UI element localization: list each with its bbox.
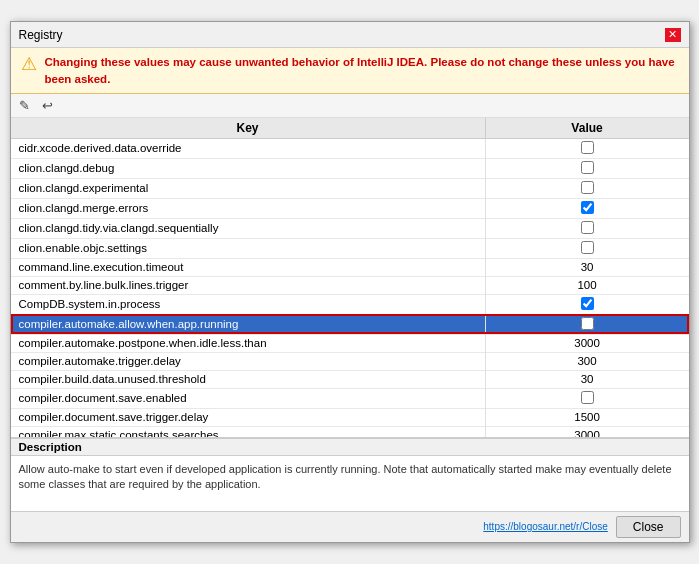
key-cell: clion.clangd.tidy.via.clangd.sequentiall… [11,218,486,238]
value-checkbox[interactable] [581,297,594,310]
undo-icon: ↩ [42,98,53,113]
undo-button[interactable]: ↩ [38,96,57,115]
registry-table-container: Key Value cidr.xcode.derived.data.overri… [11,118,689,438]
table-row[interactable]: comment.by.line.bulk.lines.trigger100 [11,276,689,294]
warning-text: Changing these values may cause unwanted… [45,54,679,86]
key-cell: clion.clangd.experimental [11,178,486,198]
value-checkbox[interactable] [581,161,594,174]
value-cell[interactable] [485,388,688,408]
key-cell: compiler.document.save.enabled [11,388,486,408]
key-cell: command.line.execution.timeout [11,258,486,276]
close-button[interactable]: Close [616,516,681,538]
table-row[interactable]: clion.clangd.experimental [11,178,689,198]
table-body: cidr.xcode.derived.data.overrideclion.cl… [11,138,689,438]
value-cell: 3000 [485,334,688,352]
edit-icon: ✎ [19,98,30,113]
value-cell: 30 [485,258,688,276]
close-title-button[interactable]: ✕ [665,28,681,42]
value-cell: 300 [485,352,688,370]
key-cell: compiler.max.static.constants.searches [11,426,486,438]
value-checkbox[interactable] [581,241,594,254]
value-cell[interactable] [485,218,688,238]
table-row[interactable]: compiler.max.static.constants.searches30… [11,426,689,438]
footer-link[interactable]: https://blogosaur.net/r/Close [483,521,608,532]
value-cell[interactable] [485,138,688,158]
value-cell[interactable] [485,158,688,178]
table-row[interactable]: compiler.automake.postpone.when.idle.les… [11,334,689,352]
table-row[interactable]: compiler.document.save.enabled [11,388,689,408]
table-row[interactable]: compiler.automake.allow.when.app.running [11,314,689,334]
table-row[interactable]: clion.clangd.merge.errors [11,198,689,218]
value-cell[interactable] [485,238,688,258]
table-row[interactable]: cidr.xcode.derived.data.override [11,138,689,158]
table-row[interactable]: clion.enable.objc.settings [11,238,689,258]
registry-dialog: Registry ✕ ⚠ Changing these values may c… [10,21,690,542]
key-cell: compiler.automake.postpone.when.idle.les… [11,334,486,352]
value-checkbox[interactable] [581,141,594,154]
value-cell[interactable] [485,178,688,198]
key-cell: compiler.build.data.unused.threshold [11,370,486,388]
key-cell: CompDB.system.in.process [11,294,486,314]
value-checkbox[interactable] [581,221,594,234]
value-cell[interactable] [485,294,688,314]
table-row[interactable]: compiler.build.data.unused.threshold30 [11,370,689,388]
key-cell: clion.enable.objc.settings [11,238,486,258]
value-cell: 3000 [485,426,688,438]
value-cell: 30 [485,370,688,388]
table-row[interactable]: compiler.automake.trigger.delay300 [11,352,689,370]
dialog-title: Registry [19,28,63,42]
table-row[interactable]: clion.clangd.debug [11,158,689,178]
key-cell: comment.by.line.bulk.lines.trigger [11,276,486,294]
edit-button[interactable]: ✎ [15,96,34,115]
key-cell: cidr.xcode.derived.data.override [11,138,486,158]
key-cell: clion.clangd.debug [11,158,486,178]
key-column-header: Key [11,118,486,139]
value-cell[interactable] [485,314,688,334]
value-checkbox[interactable] [581,201,594,214]
toolbar: ✎ ↩ [11,94,689,118]
table-row[interactable]: CompDB.system.in.process [11,294,689,314]
key-cell: compiler.document.save.trigger.delay [11,408,486,426]
value-cell[interactable] [485,198,688,218]
value-cell: 100 [485,276,688,294]
value-cell: 1500 [485,408,688,426]
description-label: Description [11,439,689,456]
description-text: Allow auto-make to start even if develop… [11,456,689,511]
key-cell: compiler.automake.allow.when.app.running [11,314,486,334]
key-cell: clion.clangd.merge.errors [11,198,486,218]
table-row[interactable]: compiler.document.save.trigger.delay1500 [11,408,689,426]
table-row[interactable]: command.line.execution.timeout30 [11,258,689,276]
value-checkbox[interactable] [581,181,594,194]
footer: https://blogosaur.net/r/Close Close [11,511,689,542]
registry-table: Key Value cidr.xcode.derived.data.overri… [11,118,689,438]
value-checkbox[interactable] [581,317,594,330]
table-header: Key Value [11,118,689,139]
warning-icon: ⚠ [21,54,37,76]
key-cell: compiler.automake.trigger.delay [11,352,486,370]
value-checkbox[interactable] [581,391,594,404]
warning-bar: ⚠ Changing these values may cause unwant… [11,48,689,93]
title-bar: Registry ✕ [11,22,689,48]
description-section: Description Allow auto-make to start eve… [11,438,689,511]
value-column-header: Value [485,118,688,139]
table-row[interactable]: clion.clangd.tidy.via.clangd.sequentiall… [11,218,689,238]
